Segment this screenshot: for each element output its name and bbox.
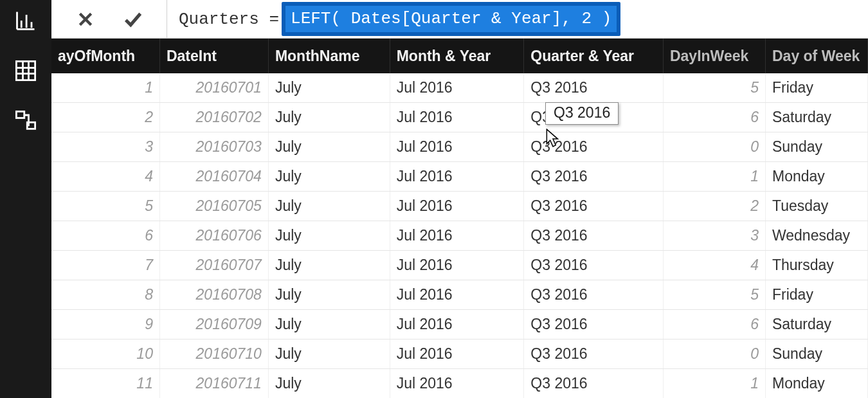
table-row[interactable]: 120160701JulyJul 2016Q3 20165Friday xyxy=(51,73,868,103)
col-header-dayofweek[interactable]: Day of Week xyxy=(766,39,868,73)
cell-dateint[interactable]: 20160703 xyxy=(160,132,269,161)
cell-dayofmonth[interactable]: 4 xyxy=(51,162,160,191)
cell-monthyear[interactable]: Jul 2016 xyxy=(390,221,525,250)
table-row[interactable]: 720160707JulyJul 2016Q3 20164Thursday xyxy=(51,251,868,280)
cell-dayinweek[interactable]: 5 xyxy=(664,280,766,309)
cell-quarteryear[interactable]: Q3 2016 xyxy=(524,280,664,309)
report-view-icon[interactable] xyxy=(13,8,39,33)
cell-monthname[interactable]: July xyxy=(269,310,390,339)
cell-dateint[interactable]: 20160702 xyxy=(160,103,269,132)
cell-monthyear[interactable]: Jul 2016 xyxy=(390,192,525,221)
cell-dayinweek[interactable]: 1 xyxy=(664,369,766,398)
cell-dayofweek[interactable]: Friday xyxy=(766,280,868,309)
cell-dateint[interactable]: 20160701 xyxy=(160,73,269,102)
cell-dateint[interactable]: 20160705 xyxy=(160,192,269,221)
cell-dayofweek[interactable]: Monday xyxy=(766,162,868,191)
cell-dayofmonth[interactable]: 7 xyxy=(51,251,160,280)
cell-dayofweek[interactable]: Monday xyxy=(766,369,868,398)
cell-monthname[interactable]: July xyxy=(269,73,390,102)
cell-dayofmonth[interactable]: 9 xyxy=(51,310,160,339)
data-view-icon[interactable] xyxy=(13,58,39,84)
cell-monthyear[interactable]: Jul 2016 xyxy=(390,103,525,132)
cell-dayofmonth[interactable]: 11 xyxy=(51,369,160,398)
model-view-icon[interactable] xyxy=(13,108,39,134)
cell-monthname[interactable]: July xyxy=(269,103,390,132)
cell-dayinweek[interactable]: 6 xyxy=(664,103,766,132)
cell-dayofmonth[interactable]: 1 xyxy=(51,73,160,102)
cell-quarteryear[interactable]: Q3 2016 xyxy=(524,132,664,161)
cell-dayofmonth[interactable]: 8 xyxy=(51,280,160,309)
col-header-dayofmonth[interactable]: ayOfMonth xyxy=(51,39,160,73)
col-header-monthname[interactable]: MonthName xyxy=(269,39,390,73)
cell-dateint[interactable]: 20160706 xyxy=(160,221,269,250)
cell-dayofmonth[interactable]: 6 xyxy=(51,221,160,250)
table-row[interactable]: 1020160710JulyJul 2016Q3 20160Sunday xyxy=(51,339,868,369)
cell-dayinweek[interactable]: 1 xyxy=(664,162,766,191)
table-row[interactable]: 520160705JulyJul 2016Q3 20162Tuesday xyxy=(51,192,868,221)
table-row[interactable]: 320160703JulyJul 2016Q3 20160Sunday xyxy=(51,132,868,162)
cell-monthname[interactable]: July xyxy=(269,221,390,250)
cell-dateint[interactable]: 20160707 xyxy=(160,251,269,280)
cell-dayinweek[interactable]: 0 xyxy=(664,132,766,161)
cell-dayinweek[interactable]: 3 xyxy=(664,221,766,250)
commit-button[interactable] xyxy=(122,8,144,30)
cell-monthyear[interactable]: Jul 2016 xyxy=(390,310,525,339)
cell-dayofweek[interactable]: Tuesday xyxy=(766,192,868,221)
cell-dayofmonth[interactable]: 2 xyxy=(51,103,160,132)
col-header-month-year[interactable]: Month & Year xyxy=(390,39,525,73)
cell-dayinweek[interactable]: 4 xyxy=(664,251,766,280)
cell-monthname[interactable]: July xyxy=(269,192,390,221)
cell-dayofmonth[interactable]: 5 xyxy=(51,192,160,221)
cell-quarteryear[interactable]: Q3 2016 xyxy=(524,221,664,250)
cancel-button[interactable] xyxy=(75,8,96,30)
cell-quarteryear[interactable]: Q3 2016 xyxy=(524,310,664,339)
cell-monthyear[interactable]: Jul 2016 xyxy=(390,369,525,398)
cell-monthname[interactable]: July xyxy=(269,162,390,191)
table-row[interactable]: 820160708JulyJul 2016Q3 20165Friday xyxy=(51,280,868,310)
cell-quarteryear[interactable]: Q3 2016 xyxy=(524,339,664,368)
cell-dayofweek[interactable]: Sunday xyxy=(766,339,868,368)
table-row[interactable]: 220160702JulyJul 2016Q3 20166Saturday xyxy=(51,103,868,132)
cell-monthyear[interactable]: Jul 2016 xyxy=(390,280,525,309)
cell-dayinweek[interactable]: 6 xyxy=(664,310,766,339)
cell-monthname[interactable]: July xyxy=(269,251,390,280)
cell-dateint[interactable]: 20160711 xyxy=(160,369,269,398)
cell-quarteryear[interactable]: Q3 2016 xyxy=(524,192,664,221)
cell-monthyear[interactable]: Jul 2016 xyxy=(390,162,525,191)
table-row[interactable]: 1120160711JulyJul 2016Q3 20161Monday xyxy=(51,369,868,398)
cell-monthname[interactable]: July xyxy=(269,132,390,161)
cell-monthname[interactable]: July xyxy=(269,280,390,309)
cell-monthname[interactable]: July xyxy=(269,339,390,368)
col-header-quarter-year[interactable]: Quarter & Year xyxy=(524,39,664,73)
cell-dayofmonth[interactable]: 10 xyxy=(51,339,160,368)
cell-quarteryear[interactable]: Q3 2016 xyxy=(524,103,664,132)
cell-dayofweek[interactable]: Thursday xyxy=(766,251,868,280)
table-row[interactable]: 620160706JulyJul 2016Q3 20163Wednesday xyxy=(51,221,868,251)
col-header-dayinweek[interactable]: DayInWeek xyxy=(664,39,766,73)
cell-dayinweek[interactable]: 2 xyxy=(664,192,766,221)
formula-input[interactable]: Quarters = LEFT( Dates[Quarter & Year], … xyxy=(167,0,868,38)
cell-monthyear[interactable]: Jul 2016 xyxy=(390,132,525,161)
data-grid[interactable]: ayOfMonth DateInt MonthName Month & Year… xyxy=(51,39,868,398)
cell-dateint[interactable]: 20160709 xyxy=(160,310,269,339)
cell-dayofweek[interactable]: Friday xyxy=(766,73,868,102)
cell-monthyear[interactable]: Jul 2016 xyxy=(390,251,525,280)
cell-quarteryear[interactable]: Q3 2016 xyxy=(524,162,664,191)
cell-dateint[interactable]: 20160708 xyxy=(160,280,269,309)
cell-dayofweek[interactable]: Saturday xyxy=(766,310,868,339)
cell-quarteryear[interactable]: Q3 2016 xyxy=(524,369,664,398)
cell-dayinweek[interactable]: 5 xyxy=(664,73,766,102)
cell-dateint[interactable]: 20160710 xyxy=(160,339,269,368)
cell-dayofweek[interactable]: Wednesday xyxy=(766,221,868,250)
cell-monthyear[interactable]: Jul 2016 xyxy=(390,339,525,368)
cell-dateint[interactable]: 20160704 xyxy=(160,162,269,191)
cell-monthyear[interactable]: Jul 2016 xyxy=(390,73,525,102)
cell-quarteryear[interactable]: Q3 2016 xyxy=(524,251,664,280)
cell-dayofmonth[interactable]: 3 xyxy=(51,132,160,161)
col-header-dateint[interactable]: DateInt xyxy=(160,39,269,73)
cell-dayofweek[interactable]: Sunday xyxy=(766,132,868,161)
cell-quarteryear[interactable]: Q3 2016 xyxy=(524,73,664,102)
cell-dayinweek[interactable]: 0 xyxy=(664,339,766,368)
cell-monthname[interactable]: July xyxy=(269,369,390,398)
cell-dayofweek[interactable]: Saturday xyxy=(766,103,868,132)
